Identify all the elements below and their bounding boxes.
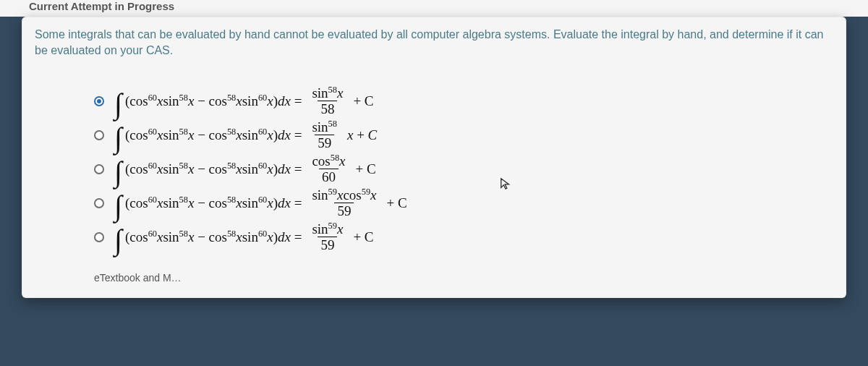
denominator: 59 bbox=[318, 237, 337, 252]
radio-button[interactable] bbox=[94, 198, 104, 208]
tail: + C bbox=[353, 93, 373, 109]
answer-equation: ∫ (cos60xsin58x − cos58xsin60x)dx = sin5… bbox=[114, 120, 377, 150]
answer-option[interactable]: ∫ (cos60xsin58x − cos58xsin60x)dx = sin5… bbox=[94, 120, 788, 150]
answer-option[interactable]: ∫ (cos60xsin58x − cos58xsin60x)dx = sin5… bbox=[94, 86, 788, 116]
radio-button[interactable] bbox=[94, 232, 104, 242]
answer-option[interactable]: ∫ (cos60xsin58x − cos58xsin60x)dx = cos5… bbox=[94, 154, 788, 184]
radio-button[interactable] bbox=[94, 96, 104, 106]
answer-option[interactable]: ∫ (cos60xsin58x − cos58xsin60x)dx = sin5… bbox=[94, 222, 788, 252]
radio-button[interactable] bbox=[94, 130, 104, 140]
answer-equation: ∫ (cos60xsin58x − cos58xsin60x)dx = cos5… bbox=[114, 154, 376, 184]
tail: + C bbox=[356, 161, 376, 177]
tail: + C bbox=[353, 229, 373, 245]
answer-list: ∫ (cos60xsin58x − cos58xsin60x)dx = sin5… bbox=[22, 72, 846, 298]
integrand: (cos60xsin58x − cos58xsin60x)dx = bbox=[125, 161, 302, 177]
integrand: (cos60xsin58x − cos58xsin60x)dx = bbox=[125, 195, 302, 211]
integral-icon: ∫ bbox=[114, 233, 122, 247]
etextbook-link[interactable]: eTextbook and M… bbox=[94, 272, 788, 284]
numerator: sin58 bbox=[309, 120, 340, 135]
fraction: sin58x 58 bbox=[309, 86, 346, 116]
numerator: sin59x bbox=[309, 222, 346, 237]
denominator: 59 bbox=[315, 135, 334, 150]
fraction: sin58 59 bbox=[309, 120, 340, 150]
fraction: sin59x 59 bbox=[309, 222, 346, 252]
etextbook-label: eTextbook and M… bbox=[94, 272, 182, 284]
integral-icon: ∫ bbox=[114, 97, 122, 111]
cursor-icon bbox=[499, 177, 512, 190]
fraction: sin59xcos59x 59 bbox=[309, 188, 379, 218]
answer-equation: ∫ (cos60xsin58x − cos58xsin60x)dx = sin5… bbox=[114, 188, 407, 218]
question-prompt-text: Some integrals that can be evaluated by … bbox=[35, 28, 823, 56]
fraction: cos58x 60 bbox=[309, 154, 348, 184]
attempt-header: Current Attempt in Progress bbox=[0, 0, 868, 17]
integrand: (cos60xsin58x − cos58xsin60x)dx = bbox=[125, 127, 302, 143]
tail: + C bbox=[386, 195, 407, 211]
integrand: (cos60xsin58x − cos58xsin60x)dx = bbox=[125, 229, 302, 245]
integral-icon: ∫ bbox=[114, 165, 122, 179]
integrand: (cos60xsin58x − cos58xsin60x)dx = bbox=[125, 93, 302, 109]
denominator: 60 bbox=[319, 169, 339, 184]
denominator: 58 bbox=[318, 101, 337, 116]
integral-icon: ∫ bbox=[114, 131, 122, 145]
numerator: cos58x bbox=[309, 154, 348, 169]
denominator: 59 bbox=[334, 203, 354, 218]
question-prompt: Some integrals that can be evaluated by … bbox=[22, 17, 846, 72]
tail: x + C bbox=[347, 127, 377, 143]
radio-button[interactable] bbox=[94, 164, 104, 174]
answer-option[interactable]: ∫ (cos60xsin58x − cos58xsin60x)dx = sin5… bbox=[94, 188, 788, 218]
integral-icon: ∫ bbox=[114, 199, 122, 213]
numerator: sin58x bbox=[309, 86, 346, 101]
attempt-header-text: Current Attempt in Progress bbox=[29, 0, 174, 12]
answer-equation: ∫ (cos60xsin58x − cos58xsin60x)dx = sin5… bbox=[114, 86, 374, 116]
numerator: sin59xcos59x bbox=[309, 188, 379, 203]
answer-equation: ∫ (cos60xsin58x − cos58xsin60x)dx = sin5… bbox=[114, 222, 374, 252]
question-card: Some integrals that can be evaluated by … bbox=[22, 17, 846, 298]
